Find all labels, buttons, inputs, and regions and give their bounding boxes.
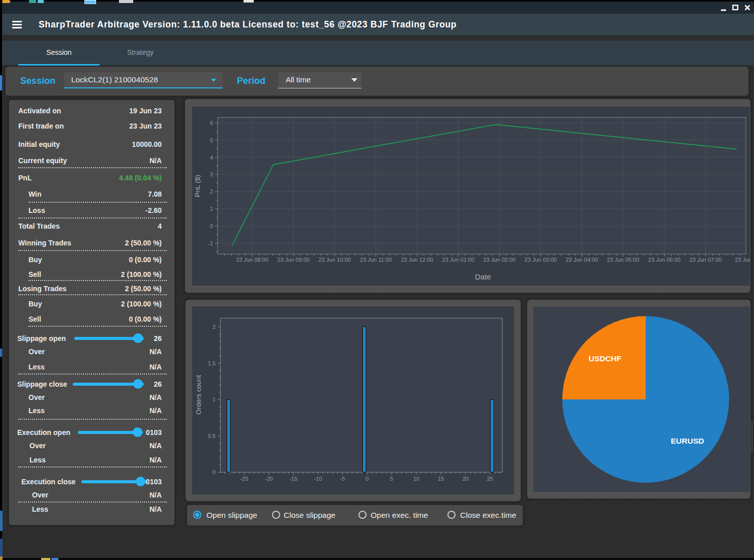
svg-text:23 Jun 07:00: 23 Jun 07:00 bbox=[689, 257, 722, 263]
svg-text:1: 1 bbox=[210, 206, 213, 212]
svg-text:23 Jun 08:00: 23 Jun 08:00 bbox=[236, 257, 268, 263]
svg-text:2: 2 bbox=[213, 324, 216, 330]
svg-text:1.5: 1.5 bbox=[208, 360, 216, 366]
svg-text:USDCHF: USDCHF bbox=[589, 354, 622, 363]
svg-text:23 Jun 01:00: 23 Jun 01:00 bbox=[442, 257, 474, 263]
svg-text:20: 20 bbox=[462, 476, 468, 482]
svg-text:23 Jun 12:00: 23 Jun 12:00 bbox=[401, 257, 433, 263]
svg-text:5: 5 bbox=[210, 137, 213, 143]
svg-text:4: 4 bbox=[210, 154, 213, 161]
svg-text:23 Jun 02:00: 23 Jun 02:00 bbox=[484, 257, 516, 263]
svg-text:Date: Date bbox=[475, 272, 491, 281]
svg-text:0: 0 bbox=[366, 476, 369, 482]
svg-text:-1: -1 bbox=[208, 240, 213, 246]
svg-text:25: 25 bbox=[487, 476, 493, 482]
svg-text:23 Jun: 23 Jun bbox=[735, 257, 750, 263]
svg-text:0.5: 0.5 bbox=[208, 433, 216, 439]
svg-text:0: 0 bbox=[210, 223, 213, 229]
svg-text:-15: -15 bbox=[289, 476, 297, 482]
svg-text:3: 3 bbox=[210, 171, 213, 177]
svg-text:23 Jun 09:00: 23 Jun 09:00 bbox=[277, 257, 310, 263]
svg-text:1: 1 bbox=[213, 396, 216, 402]
svg-text:-25: -25 bbox=[240, 476, 248, 482]
svg-text:10: 10 bbox=[413, 476, 419, 482]
svg-text:6: 6 bbox=[210, 120, 213, 126]
svg-text:-10: -10 bbox=[314, 476, 322, 482]
svg-text:23 Jun 11:00: 23 Jun 11:00 bbox=[360, 257, 392, 263]
svg-text:23 Jun 03:00: 23 Jun 03:00 bbox=[525, 257, 557, 263]
svg-text:23 Jun 10:00: 23 Jun 10:00 bbox=[318, 257, 351, 263]
svg-text:23 Jun 04:00: 23 Jun 04:00 bbox=[566, 257, 598, 263]
svg-text:5: 5 bbox=[390, 476, 393, 482]
svg-text:23 Jun 05:00: 23 Jun 05:00 bbox=[607, 257, 640, 263]
svg-text:-20: -20 bbox=[265, 476, 273, 482]
svg-text:15: 15 bbox=[438, 476, 444, 482]
svg-text:-5: -5 bbox=[340, 476, 345, 482]
svg-text:Orders count: Orders count bbox=[195, 375, 202, 415]
svg-text:23 Jun 06:00: 23 Jun 06:00 bbox=[648, 257, 681, 263]
svg-text:2: 2 bbox=[210, 189, 213, 195]
svg-text:0: 0 bbox=[213, 469, 216, 475]
svg-text:PnL ($): PnL ($) bbox=[194, 175, 201, 197]
svg-text:EURUSD: EURUSD bbox=[671, 437, 704, 445]
